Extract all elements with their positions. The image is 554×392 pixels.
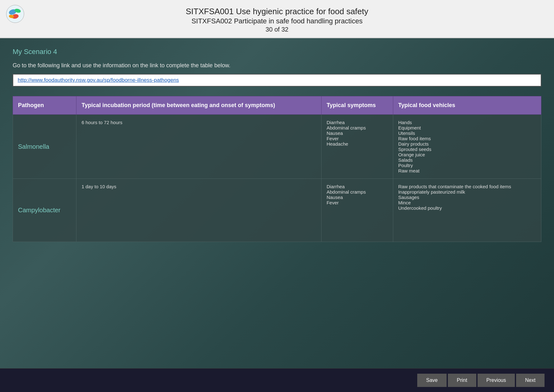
save-button[interactable]: Save	[417, 374, 446, 387]
link-container: http://www.foodauthority.nsw.gov.au/sp/f…	[13, 74, 541, 87]
symptoms-cell: Diarrhea Abdominal cramps Nausea Fever H…	[321, 115, 393, 179]
symptoms-cell: Diarrhea Abdominal cramps Nausea Fever	[321, 179, 393, 242]
header-title-line2: SITXFSA002 Participate in safe food hand…	[3, 17, 551, 25]
header-title-line1: SITXFSA001 Use hygienic practice for foo…	[3, 6, 551, 17]
instruction-text: Go to the following link and use the inf…	[13, 62, 541, 69]
print-button[interactable]: Print	[448, 374, 476, 387]
next-button[interactable]: Next	[516, 374, 545, 387]
col-header-food-vehicles: Typical food vehicles	[393, 96, 541, 115]
previous-button[interactable]: Previous	[478, 374, 515, 387]
table-row: Campylobacter1 day to 10 daysDiarrhea Ab…	[13, 179, 541, 242]
main-content: My Scenario 4 Go to the following link a…	[0, 38, 554, 368]
food-vehicles-cell: Hands Equipment Utensils Raw food items …	[393, 115, 541, 179]
pathogen-cell: Campylobacter	[13, 179, 76, 242]
food-vehicles-cell: Raw products that contaminate the cooked…	[393, 179, 541, 242]
col-header-pathogen: Pathogen	[13, 96, 76, 115]
footer: Save Print Previous Next	[0, 368, 554, 392]
col-header-symptoms: Typical symptoms	[321, 96, 393, 115]
pathogens-table: Pathogen Typical incubation period (time…	[13, 96, 541, 242]
page-indicator: 30 of 32	[3, 26, 551, 33]
scenario-title: My Scenario 4	[13, 48, 541, 56]
incubation-cell: 1 day to 10 days	[76, 179, 322, 242]
pathogen-cell: Salmonella	[13, 115, 76, 179]
svg-point-0	[6, 5, 24, 23]
app-logo	[6, 4, 25, 23]
col-header-incubation: Typical incubation period (time between …	[76, 96, 322, 115]
reference-link[interactable]: http://www.foodauthority.nsw.gov.au/sp/f…	[18, 77, 179, 83]
table-container: Pathogen Typical incubation period (time…	[13, 96, 541, 362]
incubation-cell: 6 hours to 72 hours	[76, 115, 322, 179]
page-header: SITXFSA001 Use hygienic practice for foo…	[0, 0, 554, 38]
table-row: Salmonella6 hours to 72 hoursDiarrhea Ab…	[13, 115, 541, 179]
